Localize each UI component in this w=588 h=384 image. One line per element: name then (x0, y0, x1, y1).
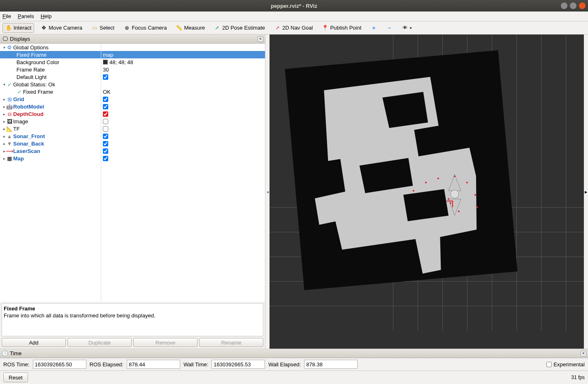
value-default-light[interactable] (101, 73, 265, 81)
tool-interact[interactable]: ✋ Interact (2, 23, 34, 33)
tree-label: Default Light (16, 74, 46, 80)
tree-value: map (103, 52, 113, 58)
window-controls (561, 2, 586, 9)
value-bg-color[interactable]: 48; 48; 48 (101, 58, 265, 66)
value-grid[interactable] (101, 95, 265, 103)
wall-elapsed-field[interactable] (304, 360, 358, 369)
checkbox[interactable] (103, 141, 108, 146)
value-frame-rate[interactable]: 30 (101, 66, 265, 73)
tree-global-status[interactable]: ▾ ✓ Global Status: Ok (0, 81, 101, 88)
panel-splitter-right[interactable]: ▸ (584, 35, 588, 349)
clock-icon: 🕓 (2, 350, 8, 357)
panel-close-button[interactable]: × (258, 36, 263, 42)
tree-default-light[interactable]: Default Light (0, 73, 101, 81)
tree-grid[interactable]: ▸ ⊞ Grid (0, 95, 101, 103)
tree-global-options[interactable]: ▾ ⚙ Global Options (0, 44, 101, 51)
checkbox[interactable] (103, 97, 108, 102)
checkbox[interactable] (103, 126, 108, 132)
fps-label: 31 fps (571, 375, 585, 380)
ros-time-label: ROS Time: (3, 361, 30, 368)
check-icon: ✓ (7, 81, 12, 87)
ros-time-field[interactable] (33, 360, 86, 369)
duplicate-button[interactable]: Duplicate (67, 338, 132, 347)
chevron-right-icon: ▸ (2, 119, 7, 124)
tool-measure[interactable]: 📏 Measure (173, 23, 208, 33)
color-swatch (103, 60, 108, 65)
menu-file[interactable]: File (2, 13, 11, 19)
arrow-pink-icon: ➚ (274, 25, 281, 31)
checkbox[interactable] (103, 156, 108, 161)
tool-select[interactable]: ▭ Select (88, 23, 117, 33)
value-fixed-frame[interactable]: map (101, 51, 265, 58)
panel-splitter-left[interactable]: ◂ (265, 35, 270, 349)
menu-panels[interactable]: Panels (18, 13, 34, 19)
tool-publish-point[interactable]: 📍 Publish Point (319, 23, 364, 33)
chevron-left-icon: ◂ (267, 190, 269, 194)
add-button[interactable]: Add (2, 338, 66, 347)
tree-map[interactable]: ▸ ▦ Map (0, 155, 101, 162)
eye-icon: 👁 (402, 25, 408, 31)
checkbox[interactable] (103, 104, 108, 109)
checkbox[interactable] (103, 119, 108, 124)
checkbox[interactable] (103, 74, 108, 80)
tool-pose-estimate[interactable]: ➚ 2D Pose Estimate (211, 23, 268, 33)
remove-button[interactable]: Remove (133, 338, 198, 347)
chevron-down-icon: ▾ (2, 82, 7, 87)
tool-focus-camera[interactable]: ⊕ Focus Camera (121, 23, 170, 33)
image-icon: 🖼 (7, 118, 12, 124)
value-sonar-back[interactable] (101, 140, 265, 147)
value-depthcloud[interactable] (101, 110, 265, 118)
tree-frame-rate[interactable]: Frame Rate (0, 66, 101, 73)
tool-remove-display[interactable]: － (383, 23, 395, 33)
value-tf[interactable] (101, 125, 265, 132)
tree-robotmodel[interactable]: ▸ 🤖 RobotModel (0, 103, 101, 110)
checkbox[interactable] (103, 134, 108, 139)
wall-time-field[interactable] (211, 360, 265, 369)
minimize-button[interactable] (561, 2, 567, 9)
panel-close-button[interactable]: × (581, 351, 586, 356)
tree-label: Sonar_Back (13, 141, 44, 147)
value-sonar-front[interactable] (101, 132, 265, 140)
laser-scan-points (405, 158, 488, 224)
3d-view[interactable] (270, 35, 584, 349)
reset-button[interactable]: Reset (3, 372, 28, 382)
displays-tree[interactable]: ▾ ⚙ Global Options Fixed Frame Backgroun… (0, 44, 265, 302)
tool-move-camera[interactable]: ✥ Move Camera (37, 23, 85, 33)
experimental-toggle[interactable]: Experimental (546, 361, 585, 368)
maximize-button[interactable] (570, 2, 576, 9)
tree-label: RobotModel (13, 104, 44, 110)
tree-sonar-back[interactable]: ▸ ▼ Sonar_Back (0, 140, 101, 147)
value-map[interactable] (101, 155, 265, 162)
experimental-checkbox[interactable] (546, 362, 552, 367)
wall-time-label: Wall Time: (184, 361, 208, 368)
value-image[interactable] (101, 118, 265, 125)
ros-elapsed-field[interactable] (127, 360, 180, 369)
check-icon: ✓ (16, 89, 22, 95)
rename-button[interactable]: Rename (199, 338, 263, 347)
laser-icon: ⟿ (7, 148, 12, 154)
tree-fixed-frame[interactable]: Fixed Frame (0, 51, 101, 58)
close-button[interactable] (579, 2, 586, 9)
tree-label: Grid (13, 96, 24, 102)
tool-nav-goal[interactable]: ➚ 2D Nav Goal (271, 23, 316, 33)
tool-add-display[interactable]: ＋ (367, 23, 380, 33)
tree-sonar-front[interactable]: ▸ ▲ Sonar_Front (0, 132, 101, 140)
tree-tf[interactable]: ▸ 📐 TF (0, 125, 101, 132)
value-robotmodel[interactable] (101, 103, 265, 110)
displays-panel-header[interactable]: 🖵 Displays × (0, 35, 265, 44)
menu-help[interactable]: Help (41, 13, 52, 19)
tool-view-menu[interactable]: 👁 ▾ (399, 23, 415, 33)
tool-measure-label: Measure (184, 25, 205, 31)
time-panel-header[interactable]: 🕓 Time × (0, 349, 588, 358)
checkbox[interactable] (103, 111, 108, 117)
checkbox[interactable] (103, 148, 108, 154)
tree-background-color[interactable]: Background Color (0, 58, 101, 66)
tree-status-fixed-frame[interactable]: ✓ Fixed Frame (0, 88, 101, 95)
tree-label: Frame Rate (16, 67, 45, 73)
chevron-right-icon: ▸ (2, 156, 7, 161)
tree-image[interactable]: ▸ 🖼 Image (0, 118, 101, 125)
tree-laserscan[interactable]: ▸ ⟿ LaserScan (0, 147, 101, 155)
tree-depthcloud[interactable]: ▸ ⊖ DepthCloud (0, 110, 101, 118)
robot-icon: 🤖 (7, 104, 12, 109)
value-laserscan[interactable] (101, 147, 265, 155)
